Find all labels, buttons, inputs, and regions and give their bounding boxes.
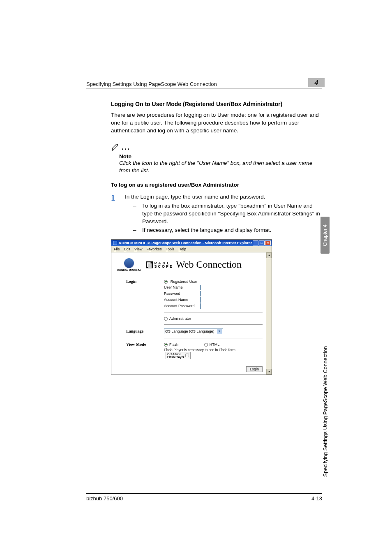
login-button[interactable]: Login [246,366,263,372]
side-tab: Chapter 4 [321,217,330,254]
browser-body: ▴ ▾ KONICA MINOLTA PAGE SCOPE Web Connec… [111,252,272,375]
html-label: HTML [210,342,220,347]
menu-tools[interactable]: Tools [166,247,174,251]
running-header: Specifying Settings Using PageScope Web … [86,78,322,88]
get-flash-button[interactable]: Get AdobeFlash Player [166,352,191,359]
step-bullet-1: To log in as the box administrator, type… [142,202,322,226]
ellipsis-icon: ... [122,143,130,152]
brand-scope: SCOPE [154,265,174,268]
side-text: Specifying Settings Using PageScope Web … [321,263,330,477]
radio-flash[interactable] [164,343,168,347]
note-text: Click the icon to the right of the "User… [119,160,322,174]
menu-edit[interactable]: Edit [124,247,131,251]
window-titlebar: KONICA MINOLTA PageScope Web Connection … [111,240,272,246]
radio-registered-user[interactable] [164,280,168,284]
radio-html[interactable] [204,343,208,347]
user-name-input[interactable] [200,285,201,290]
scrollbar[interactable]: ▴ ▾ [266,252,272,375]
scroll-up-icon[interactable]: ▴ [266,252,272,258]
password-label: Password [164,291,200,296]
ie-icon [113,241,117,245]
konica-minolta-logo: KONICA MINOLTA [117,258,141,271]
chapter-badge: 4 [308,78,325,87]
chevron-down-icon: ▼ [217,329,222,334]
user-name-label: User Name [164,285,200,289]
account-name-label: Account Name [164,298,200,302]
administrator-label: Administrator [169,317,191,321]
flash-note: Flash Player is necessary to see in Flas… [164,348,236,352]
minimize-button[interactable]: _ [253,240,258,245]
language-select[interactable]: OS Language (OS Language)▼ [164,328,223,334]
menubar: File Edit View Favorites Tools Help [111,246,272,252]
section-paragraph: There are two procedures for logging on … [111,111,322,135]
step-number: 1 [111,194,115,235]
password-input[interactable] [200,291,201,296]
section-heading: Logging On to User Mode (Registered User… [111,101,322,107]
language-heading: Language [126,329,164,333]
menu-favorites[interactable]: Favorites [146,247,161,251]
close-button[interactable]: × [265,240,271,245]
menu-file[interactable]: File [114,247,120,251]
menu-view[interactable]: View [134,247,142,251]
note-label: Note [119,153,322,160]
flash-label: Flash [169,342,178,347]
scroll-down-icon[interactable]: ▾ [266,369,272,375]
registered-user-label: Registered User [171,280,197,284]
login-heading: Login [126,279,164,284]
pagescope-logo: PAGE SCOPE Web Connection [145,259,242,270]
account-password-input[interactable] [200,303,201,309]
viewmode-heading: View Mode [126,342,164,347]
window-title: KONICA MINOLTA PageScope Web Connection … [119,241,252,245]
globe-icon [124,258,134,268]
procedure-heading: To log on as a registered user/Box Admin… [111,182,322,188]
pen-icon [111,143,119,152]
flash-icon [185,354,189,357]
step-lead: In the Login page, type the user name an… [125,194,322,200]
svg-text:4: 4 [314,79,318,87]
account-name-input[interactable] [200,297,201,303]
step-bullet-2: If necessary, select the language and di… [142,227,271,234]
running-title: Specifying Settings Using PageScope Web … [86,81,217,87]
page-number: 4-13 [311,495,322,502]
product-name: bizhub 750/600 [86,495,123,502]
pagescope-icon [145,261,154,269]
radio-administrator[interactable] [164,317,168,321]
brand-webconnection: Web Connection [176,259,242,270]
svg-rect-3 [148,263,151,268]
footer: bizhub 750/600 4-13 [86,493,322,502]
konica-text: KONICA MINOLTA [117,269,141,271]
browser-window: KONICA MINOLTA PageScope Web Connection … [111,239,272,375]
step-1: 1 In the Login page, type the user name … [111,194,322,235]
menu-help[interactable]: Help [178,247,186,251]
note-block: ... Note Click the icon to the right of … [111,143,322,174]
maximize-button[interactable]: □ [259,240,265,245]
account-password-label: Account Password [164,304,200,308]
